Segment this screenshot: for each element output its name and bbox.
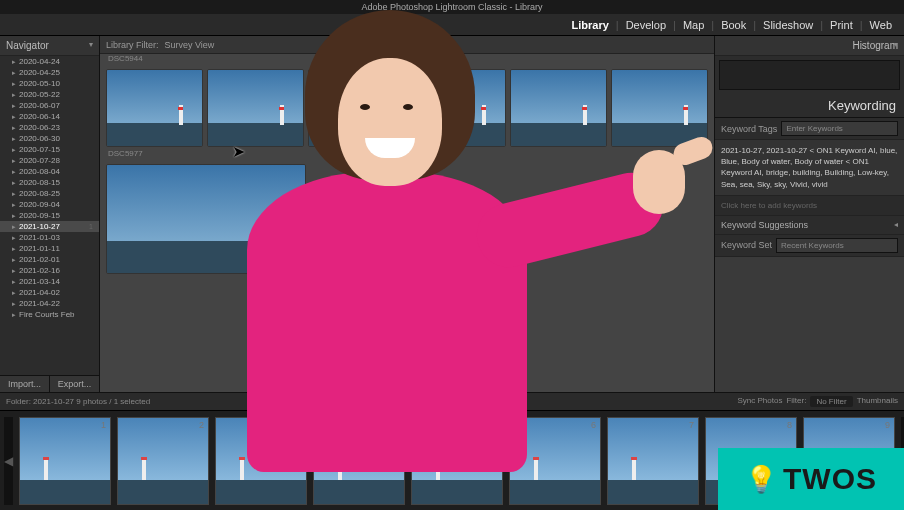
status-info: Folder: 2021-10-27 9 photos / 1 selected (6, 397, 150, 406)
navigator-header[interactable]: Navigator▾ (0, 36, 99, 56)
module-print[interactable]: Print (826, 19, 857, 31)
keyword-suggestions-header[interactable]: Keyword Suggestions◂ (715, 216, 904, 235)
lightbulb-icon: 💡 (745, 464, 777, 495)
folder-item[interactable]: 2020-05-10 (0, 78, 99, 89)
folder-item[interactable]: 2021-03-14 (0, 276, 99, 287)
filmstrip-thumb[interactable]: 6 (509, 417, 601, 505)
compare-thumb[interactable] (207, 69, 304, 147)
compare-row-1 (100, 63, 714, 149)
compare-thumb[interactable] (308, 69, 405, 147)
chevron-left-icon: ◂ (894, 220, 898, 229)
import-export-bar: Import... Export... (0, 375, 99, 392)
thumbnails-label: Thumbnails (857, 396, 898, 407)
keyword-tags-label: Keyword Tags (721, 124, 777, 134)
folder-item[interactable]: 2020-05-22 (0, 89, 99, 100)
main-area: Navigator▾ 2020-04-242020-04-252020-05-1… (0, 36, 904, 392)
folder-item[interactable]: 2021-02-01 (0, 254, 99, 265)
compare-thumb[interactable] (510, 69, 607, 147)
folder-item[interactable]: Fire Courts Feb (0, 309, 99, 320)
folder-item[interactable]: 2021-10-271 (0, 221, 99, 232)
filmstrip-thumb[interactable]: 5 (411, 417, 503, 505)
group-label-1: DSC5944 (100, 54, 714, 63)
group-label-2: DSC5977 (100, 149, 714, 158)
chevron-down-icon: ▾ (894, 40, 898, 49)
folder-item[interactable]: 2020-08-25 (0, 188, 99, 199)
library-filter-label: Library Filter: (106, 40, 159, 50)
window-titlebar: Adobe Photoshop Lightroom Classic - Libr… (0, 0, 904, 14)
folder-item[interactable]: 2021-01-11 (0, 243, 99, 254)
compare-row-2 (100, 158, 714, 276)
status-bar: Folder: 2021-10-27 9 photos / 1 selected… (0, 392, 904, 410)
histogram-graph (719, 60, 900, 90)
filmstrip-thumb[interactable]: 2 (117, 417, 209, 505)
folder-item[interactable]: 2020-09-04 (0, 199, 99, 210)
keyword-set-row: Keyword Set Recent Keywords (715, 235, 904, 257)
import-button[interactable]: Import... (0, 376, 50, 392)
right-panel-filler (715, 257, 904, 392)
sync-photos-label[interactable]: Sync Photos (737, 396, 782, 407)
folder-item[interactable]: 2021-02-16 (0, 265, 99, 276)
left-panel: Navigator▾ 2020-04-242020-04-252020-05-1… (0, 36, 100, 392)
compare-thumb[interactable] (106, 164, 306, 274)
keyword-tags-dropdown[interactable]: Enter Keywords (781, 121, 898, 136)
export-button[interactable]: Export... (50, 376, 99, 392)
folder-item[interactable]: 2021-04-22 (0, 298, 99, 309)
filmstrip-thumb[interactable]: 7 (607, 417, 699, 505)
right-panel: Histogram▾ Keywording Keyword Tags Enter… (714, 36, 904, 392)
filmstrip-thumb[interactable]: 1 (19, 417, 111, 505)
folder-item[interactable]: 2020-07-28 (0, 155, 99, 166)
add-keyword-input[interactable]: Click here to add keywords (715, 196, 904, 216)
folder-item[interactable]: 2020-08-15 (0, 177, 99, 188)
library-filter-bar[interactable]: Library Filter: Survey View (100, 36, 714, 54)
chevron-down-icon: ▾ (89, 40, 93, 49)
survey-view-label: Survey View (165, 40, 215, 50)
keyword-tags-row: Keyword Tags Enter Keywords (715, 118, 904, 140)
folder-item[interactable]: 2021-01-03 (0, 232, 99, 243)
compare-thumb[interactable] (409, 69, 506, 147)
center-content: Library Filter: Survey View DSC5944 DSC5… (100, 36, 714, 392)
folder-item[interactable]: 2020-08-04 (0, 166, 99, 177)
module-map[interactable]: Map (679, 19, 708, 31)
keyword-set-label: Keyword Set (721, 240, 772, 250)
twos-logo-text: TWOS (783, 462, 877, 496)
folder-item[interactable]: 2020-07-15 (0, 144, 99, 155)
filmstrip-prev-button[interactable]: ◀ (4, 417, 13, 505)
module-picker: Library| Develop| Map| Book| Slideshow| … (0, 14, 904, 36)
folder-list[interactable]: 2020-04-242020-04-252020-05-102020-05-22… (0, 56, 99, 375)
keyword-set-dropdown[interactable]: Recent Keywords (776, 238, 898, 253)
compare-thumb[interactable] (611, 69, 708, 147)
no-filter-button[interactable]: No Filter (810, 396, 852, 407)
module-book[interactable]: Book (717, 19, 750, 31)
module-web[interactable]: Web (866, 19, 896, 31)
module-library[interactable]: Library (568, 19, 613, 31)
folder-item[interactable]: 2020-06-30 (0, 133, 99, 144)
folder-item[interactable]: 2020-09-15 (0, 210, 99, 221)
keywords-text[interactable]: 2021-10-27, 2021-10-27 < ON1 Keyword AI,… (715, 140, 904, 196)
folder-item[interactable]: 2020-06-07 (0, 100, 99, 111)
module-slideshow[interactable]: Slideshow (759, 19, 817, 31)
keywording-header[interactable]: Keywording (715, 94, 904, 118)
folder-item[interactable]: 2021-04-02 (0, 287, 99, 298)
twos-logo-overlay: 💡 TWOS (718, 448, 904, 510)
module-develop[interactable]: Develop (622, 19, 670, 31)
filter-label: Filter: (786, 396, 806, 407)
folder-item[interactable]: 2020-06-23 (0, 122, 99, 133)
folder-item[interactable]: 2020-04-24 (0, 56, 99, 67)
compare-thumb[interactable] (106, 69, 203, 147)
filmstrip-thumb[interactable]: 4 (313, 417, 405, 505)
folder-item[interactable]: 2020-04-25 (0, 67, 99, 78)
folder-item[interactable]: 2020-06-14 (0, 111, 99, 122)
histogram-header[interactable]: Histogram▾ (715, 36, 904, 56)
filmstrip-thumb[interactable]: 3 (215, 417, 307, 505)
